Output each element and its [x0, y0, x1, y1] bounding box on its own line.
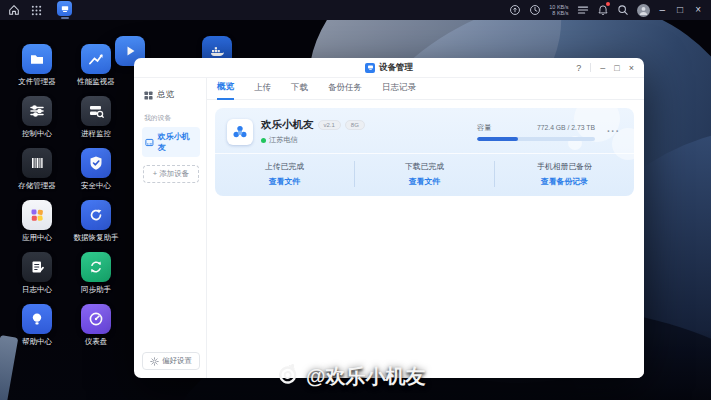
desktop-icon-label: 仪表盘 [85, 337, 108, 347]
desktop-icon-storage-manager[interactable]: 存储管理器 [6, 148, 68, 191]
capacity-block: 容量 772.4 GB / 2.73 TB [477, 123, 595, 141]
device-info: 欢乐小机友 v2.1 8G 江苏电信 [261, 118, 365, 145]
search-icon[interactable] [617, 4, 629, 16]
capacity-value: 772.4 GB / 2.73 TB [537, 124, 595, 131]
gauge-icon [81, 304, 111, 334]
notebook-pen-icon [22, 252, 52, 282]
close-button[interactable]: × [693, 0, 703, 20]
upload-status-column: 上传已完成 查看文件 [215, 161, 354, 187]
desktop-icon-label: 存储管理器 [18, 181, 56, 191]
backup-records-link[interactable]: 查看备份记录 [541, 176, 588, 187]
upload-view-files-link[interactable]: 查看文件 [269, 176, 300, 187]
task-list-icon[interactable] [577, 5, 589, 15]
preferences-button[interactable]: 偏好设置 [142, 352, 200, 370]
tab-overview[interactable]: 概览 [217, 81, 234, 100]
device-more-menu[interactable]: ··· [607, 126, 620, 137]
preferences-label: 偏好设置 [162, 356, 192, 366]
window-sidebar: 总览 我的设备 欢乐小机友 + 添加设备 偏好设置 [134, 78, 207, 378]
trend-chart-icon [81, 44, 111, 74]
sidebar-item-overview[interactable]: 总览 [142, 86, 200, 104]
sync-arrows-icon [81, 252, 111, 282]
tab-bar: 概览 上传 下载 备份任务 日志记录 [207, 78, 644, 100]
user-avatar[interactable] [637, 4, 650, 17]
disk-array-icon [22, 148, 52, 178]
sync-status-icon[interactable] [509, 4, 521, 16]
desktop-icon-label: 应用中心 [22, 233, 52, 243]
online-status-dot [261, 138, 266, 143]
system-topbar: 10 KB/s 8 KB/s – □ × [0, 0, 711, 20]
window-main: 概览 上传 下载 备份任务 日志记录 [207, 78, 644, 378]
sidebar-item-device[interactable]: 欢乐小机友 [142, 127, 200, 157]
desktop-icon-label: 控制中心 [22, 129, 52, 139]
weibo-logo-icon [273, 360, 303, 393]
device-status-text: 江苏电信 [269, 135, 298, 145]
notification-badge [606, 2, 610, 6]
sidebar-device-label: 欢乐小机友 [158, 131, 197, 153]
download-view-files-link[interactable]: 查看文件 [409, 176, 440, 187]
device-summary-row: 欢乐小机友 v2.1 8G 江苏电信 容量 [215, 108, 634, 153]
lightbulb-icon [22, 304, 52, 334]
window-close-button[interactable]: × [629, 58, 634, 78]
download-speed: 8 KB/s [549, 10, 568, 16]
quick-status-columns: 上传已完成 查看文件 下载已完成 查看文件 手机相册已备份 查看备份记录 [215, 153, 634, 196]
sliders-icon [22, 96, 52, 126]
desktop-icon-process-monitor[interactable]: 进程监控 [65, 96, 127, 139]
desktop-icon-label: 数据恢复助手 [74, 233, 119, 243]
desktop-icon-app-center[interactable]: 应用中心 [6, 200, 68, 243]
help-button[interactable]: ? [576, 58, 581, 78]
device-badge: 8G [345, 120, 365, 130]
capacity-label: 容量 [477, 123, 491, 133]
app-launcher-grid-icon[interactable] [31, 5, 42, 16]
desktop-icon-label: 帮助中心 [22, 337, 52, 347]
add-device-button[interactable]: + 添加设备 [143, 165, 199, 183]
maximize-button[interactable]: □ [675, 0, 685, 20]
tab-download[interactable]: 下载 [291, 82, 308, 99]
tab-backup-tasks[interactable]: 备份任务 [328, 82, 362, 99]
watermark-text: @欢乐小机友 [306, 363, 426, 390]
network-speed-indicator[interactable]: 10 KB/s 8 KB/s [549, 4, 568, 16]
backup-status-title: 手机相册已备份 [537, 161, 592, 172]
home-icon[interactable] [8, 4, 20, 16]
desktop-icon-label: 日志中心 [22, 285, 52, 295]
download-status-column: 下载已完成 查看文件 [354, 161, 495, 187]
empty-content-area [207, 196, 644, 378]
notifications-bell-icon[interactable] [597, 4, 609, 16]
capacity-progress-fill [477, 137, 518, 141]
window-minimize-button[interactable]: – [600, 58, 605, 78]
topbar-left-group [8, 0, 72, 20]
device-name: 欢乐小机友 [261, 118, 314, 132]
backup-status-column: 手机相册已备份 查看备份记录 [495, 161, 634, 187]
desktop-icon-data-recovery[interactable]: 数据恢复助手 [65, 200, 127, 243]
clock-icon[interactable] [529, 4, 541, 16]
desktop-icon-label: 文件管理器 [18, 77, 56, 87]
device-badge: v2.1 [318, 120, 341, 130]
desktop-icon-help-center[interactable]: 帮助中心 [6, 304, 68, 347]
desktop-icon-dashboard[interactable]: 仪表盘 [65, 304, 127, 347]
restore-arrow-icon [81, 200, 111, 230]
server-search-icon [81, 96, 111, 126]
window-maximize-button[interactable]: □ [614, 58, 619, 78]
desktop-icon-security-center[interactable]: 安全中心 [65, 148, 127, 191]
device-manager-window: 设备管理 ? – □ × 总览 我的设备 欢乐小机友 [134, 58, 644, 378]
window-title: 设备管理 [379, 62, 413, 74]
minimize-button[interactable]: – [658, 0, 668, 20]
desktop-icon-log-center[interactable]: 日志中心 [6, 252, 68, 295]
desktop-icon-label: 性能监视器 [77, 77, 115, 87]
taskbar-active-app[interactable] [57, 0, 72, 20]
desktop-icon-sync-assistant[interactable]: 同步助手 [65, 252, 127, 295]
download-status-title: 下载已完成 [405, 161, 444, 172]
device-manager-app-icon [57, 1, 72, 16]
capacity-progress-track [477, 137, 595, 141]
device-logo-icon [227, 119, 253, 145]
window-controls: ? – □ × [576, 58, 644, 78]
tab-logs[interactable]: 日志记录 [382, 82, 416, 99]
desktop-icon-file-manager[interactable]: 文件管理器 [6, 44, 68, 87]
window-titlebar[interactable]: 设备管理 ? – □ × [134, 58, 644, 78]
desktop: 文件管理器 性能监视器 控制中心 进程监控 存储管理器 安全中心 应用中心 [0, 0, 711, 400]
sidebar-item-label: 总览 [157, 89, 174, 101]
device-status: 江苏电信 [261, 135, 365, 145]
device-overview-card: 欢乐小机友 v2.1 8G 江苏电信 容量 [215, 108, 634, 196]
desktop-icon-control-center[interactable]: 控制中心 [6, 96, 68, 139]
desktop-icon-label: 进程监控 [81, 129, 111, 139]
tab-upload[interactable]: 上传 [254, 82, 271, 99]
